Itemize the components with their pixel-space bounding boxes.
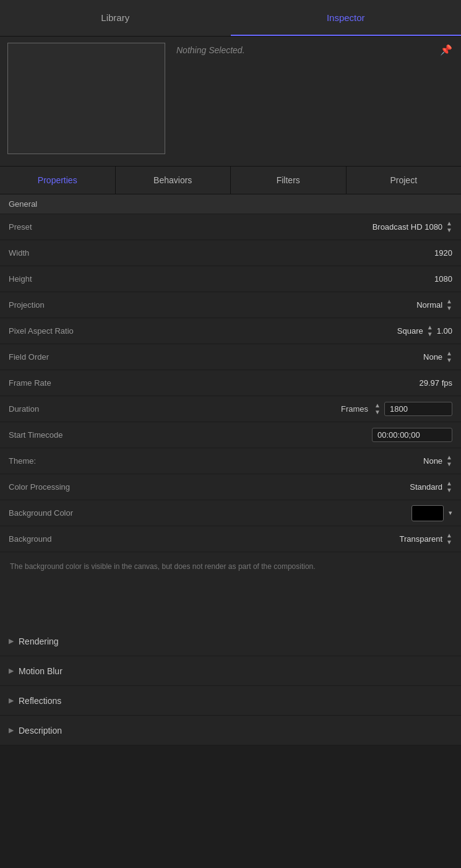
projection-row: Projection Normal ▲▼	[0, 292, 461, 318]
general-section-header: General	[0, 194, 461, 214]
duration-row: Duration Frames ▲▼	[0, 396, 461, 422]
color-dropdown-chevron[interactable]: ▾	[449, 509, 452, 517]
duration-value: Frames ▲▼	[108, 402, 452, 416]
theme-label: Theme:	[9, 456, 108, 466]
field-order-row: Field Order None ▲▼	[0, 344, 461, 370]
preview-thumbnail	[7, 43, 165, 154]
theme-stepper[interactable]: ▲▼	[446, 454, 452, 467]
background-color-row: Background Color ▾	[0, 500, 461, 526]
preset-stepper[interactable]: ▲▼	[446, 220, 452, 233]
background-value: Transparent ▲▼	[108, 532, 452, 545]
rendering-arrow: ▶	[9, 637, 14, 645]
top-tab-bar: Library Inspector	[0, 0, 461, 37]
background-color-label: Background Color	[9, 508, 108, 518]
start-timecode-label: Start Timecode	[9, 430, 108, 440]
preset-row: Preset Broadcast HD 1080 ▲▼	[0, 214, 461, 240]
color-processing-value: Standard ▲▼	[108, 480, 452, 493]
duration-unit-stepper[interactable]: ▲▼	[374, 402, 381, 415]
projection-stepper[interactable]: ▲▼	[446, 298, 452, 311]
tab-behaviors[interactable]: Behaviors	[116, 167, 231, 194]
field-order-stepper[interactable]: ▲▼	[446, 350, 452, 363]
frame-rate-label: Frame Rate	[9, 378, 108, 388]
pixel-aspect-stepper[interactable]: ▲▼	[427, 324, 433, 337]
start-timecode-value	[108, 428, 452, 442]
preview-area: Nothing Selected. 📌	[0, 37, 461, 167]
background-row: Background Transparent ▲▼	[0, 526, 461, 552]
color-processing-row: Color Processing Standard ▲▼	[0, 474, 461, 500]
duration-label: Duration	[9, 404, 108, 414]
tab-properties[interactable]: Properties	[0, 167, 116, 194]
color-swatch[interactable]	[411, 505, 444, 521]
color-processing-label: Color Processing	[9, 482, 108, 492]
frame-rate-value: 29.97 fps	[108, 378, 452, 388]
frame-rate-row: Frame Rate 29.97 fps	[0, 370, 461, 396]
rendering-section[interactable]: ▶ Rendering	[0, 627, 461, 656]
projection-value: Normal ▲▼	[108, 298, 452, 311]
height-value: 1080	[108, 274, 452, 284]
background-stepper[interactable]: ▲▼	[446, 532, 452, 545]
motion-blur-arrow: ▶	[9, 667, 14, 675]
color-processing-stepper[interactable]: ▲▼	[446, 480, 452, 493]
width-label: Width	[9, 248, 108, 258]
projection-label: Projection	[9, 300, 108, 310]
width-row: Width 1920	[0, 240, 461, 266]
pixel-aspect-ratio-label: Pixel Aspect Ratio	[9, 326, 108, 336]
field-order-value: None ▲▼	[108, 350, 452, 363]
pixel-aspect-ratio-value: Square ▲▼ 1.00	[108, 324, 452, 337]
pin-icon[interactable]: 📌	[440, 44, 452, 56]
preset-value: Broadcast HD 1080 ▲▼	[108, 220, 452, 233]
duration-input[interactable]	[384, 402, 452, 416]
height-row: Height 1080	[0, 266, 461, 292]
sub-tab-bar: Properties Behaviors Filters Project	[0, 167, 461, 194]
theme-row: Theme: None ▲▼	[0, 448, 461, 474]
description-section[interactable]: ▶ Description	[0, 716, 461, 745]
nothing-selected-label: Nothing Selected.	[176, 43, 245, 55]
reflections-section[interactable]: ▶ Reflections	[0, 686, 461, 716]
description-arrow: ▶	[9, 726, 14, 734]
inspector-tab[interactable]: Inspector	[231, 0, 462, 36]
reflections-arrow: ▶	[9, 697, 14, 705]
background-color-value: ▾	[108, 505, 452, 521]
height-label: Height	[9, 274, 108, 284]
preset-label: Preset	[9, 222, 108, 232]
start-timecode-input[interactable]	[372, 428, 452, 442]
width-value: 1920	[108, 248, 452, 258]
library-tab[interactable]: Library	[0, 0, 231, 36]
tab-filters[interactable]: Filters	[231, 167, 347, 194]
field-order-label: Field Order	[9, 352, 108, 362]
motion-blur-section[interactable]: ▶ Motion Blur	[0, 656, 461, 686]
background-info-text: The background color is visible in the c…	[0, 552, 461, 627]
start-timecode-row: Start Timecode	[0, 422, 461, 448]
background-label: Background	[9, 534, 108, 544]
theme-value: None ▲▼	[108, 454, 452, 467]
tab-project[interactable]: Project	[347, 167, 462, 194]
pixel-aspect-ratio-row: Pixel Aspect Ratio Square ▲▼ 1.00	[0, 318, 461, 344]
